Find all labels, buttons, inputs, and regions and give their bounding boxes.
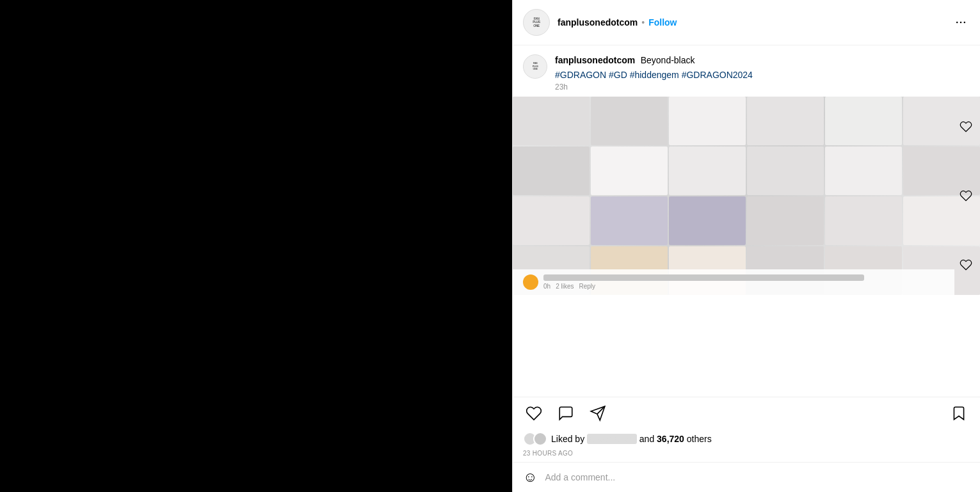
more-options-icon [954, 16, 967, 29]
likes-row: Liked by xxxxxxxxxx and 36,720 others [513, 429, 980, 448]
svg-point-1 [960, 22, 962, 24]
heart-icon [526, 405, 542, 422]
more-options-button[interactable] [952, 16, 970, 29]
others-text: others [687, 434, 712, 444]
likes-avatar-2 [533, 432, 547, 446]
likes-text: Liked by xxxxxxxxxx and 36,720 others [551, 434, 712, 444]
action-bar [513, 397, 980, 429]
follow-button[interactable]: Follow [648, 17, 677, 28]
header-info: fanplusonedotcom • Follow [558, 17, 952, 28]
image-like-button-1[interactable] [957, 118, 975, 136]
comment-blur-line-1 [543, 274, 864, 281]
heart-icon-2 [960, 189, 972, 202]
instagram-post-panel: FANPLUSONE fanplusonedotcom • Follow FAN… [512, 0, 980, 492]
hashtags: #GDRAGON #GD #hiddengem #GDRAGON2024 [555, 70, 970, 80]
and-text: and [639, 434, 654, 444]
dot-separator: • [641, 17, 645, 28]
post-header: FANPLUSONE fanplusonedotcom • Follow [513, 0, 980, 45]
comment-reply: Reply [579, 283, 595, 290]
add-comment-placeholder[interactable]: Add a comment... [545, 472, 970, 482]
liked-by-label: Liked by [551, 434, 584, 444]
share-icon [590, 405, 606, 422]
caption-username: fanplusonedotcom [555, 55, 635, 65]
add-comment-bar: ☺ Add a comment... [513, 462, 980, 492]
likes-count: 36,720 [657, 434, 684, 444]
post-content: FANPLUSONE fanplusonedotcom Beyond-black… [513, 45, 980, 462]
comment-likes-count: 2 likes [556, 283, 574, 290]
heart-icon-1 [960, 120, 972, 133]
bookmark-icon [951, 405, 967, 422]
caption-text-block: fanplusonedotcom Beyond-black #GDRAGON #… [555, 54, 970, 91]
caption-timestamp: 23h [555, 83, 970, 91]
comment-button[interactable] [555, 402, 577, 424]
comment-time: 0h [543, 283, 550, 290]
heart-icon-3 [960, 258, 972, 271]
svg-point-0 [956, 22, 958, 24]
liked-by-username: xxxxxxxxxx [587, 434, 637, 444]
image-like-button-2[interactable] [957, 187, 975, 205]
emoji-button[interactable]: ☺ [523, 469, 537, 486]
caption-text: Beyond-black [641, 55, 695, 65]
post-image: 0h 2 likes Reply [513, 97, 980, 295]
caption-avatar: FANPLUSONE [523, 54, 547, 79]
caption-area: FANPLUSONE fanplusonedotcom Beyond-black… [513, 45, 980, 97]
image-like-button-3[interactable] [957, 256, 975, 274]
time-ago: 23 hours ago [513, 448, 980, 462]
bookmark-button[interactable] [948, 402, 970, 424]
avatar: FANPLUSONE [523, 9, 550, 36]
svg-point-2 [964, 22, 966, 24]
like-button[interactable] [523, 402, 545, 424]
left-panel [0, 0, 512, 492]
likes-avatars [523, 432, 543, 446]
comment-icon [558, 405, 574, 422]
commenter-avatar [523, 274, 538, 290]
share-button[interactable] [587, 402, 609, 424]
header-username: fanplusonedotcom [558, 17, 638, 28]
